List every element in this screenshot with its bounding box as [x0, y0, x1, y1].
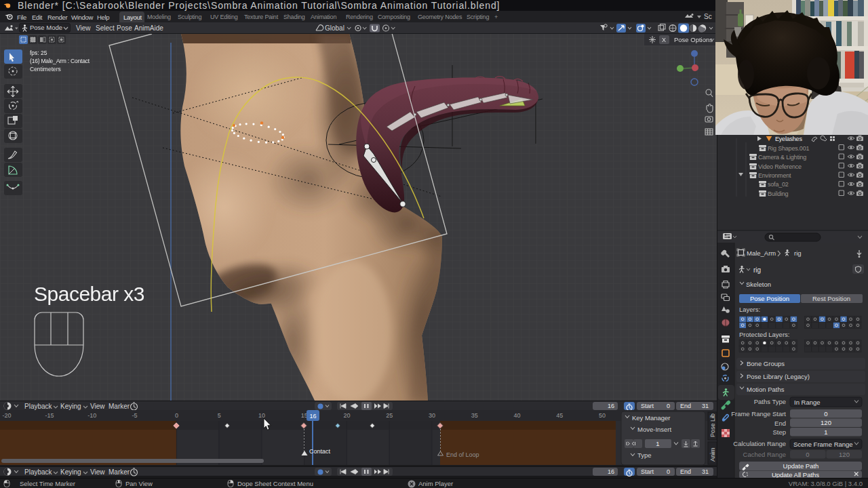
svg-text:35: 35 [471, 412, 478, 419]
svg-text:Scene Frame Range: Scene Frame Range [793, 441, 853, 448]
svg-text:rig: rig [753, 266, 761, 274]
svg-text:Protected Layers:: Protected Layers: [739, 331, 789, 338]
svg-text:0: 0 [175, 412, 178, 419]
svg-text:End: End [774, 420, 786, 427]
svg-text:Video Reference: Video Reference [758, 163, 802, 170]
svg-text:Layers:: Layers: [739, 306, 760, 313]
svg-text:Update Path: Update Path [783, 462, 819, 470]
svg-text:Rig Shapes.001: Rig Shapes.001 [768, 145, 809, 152]
svg-text:Frame Range Start: Frame Range Start [731, 410, 786, 418]
svg-text:20: 20 [343, 412, 350, 419]
svg-text:Spacebar x3: Spacebar x3 [34, 283, 144, 305]
svg-text:rig: rig [794, 249, 802, 257]
svg-text:fps: 25: fps: 25 [30, 49, 47, 56]
svg-text:-20: -20 [2, 412, 11, 419]
svg-text:Calculation Range: Calculation Range [733, 440, 786, 447]
svg-text:Skeleton: Skeleton [746, 281, 771, 288]
svg-text:Cached Range: Cached Range [743, 451, 786, 458]
svg-text:Rest Position: Rest Position [812, 295, 850, 302]
svg-text:16: 16 [309, 413, 316, 420]
svg-text:Step: Step [772, 428, 786, 436]
svg-text:5: 5 [218, 412, 221, 419]
svg-text:sofa_02: sofa_02 [768, 181, 789, 188]
svg-text:-5: -5 [132, 412, 137, 419]
svg-text:(16) Male_Arm : Contact: (16) Male_Arm : Contact [30, 58, 90, 64]
svg-text:Camera & Lighting: Camera & Lighting [758, 154, 806, 161]
svg-text:Sc: Sc [704, 13, 712, 20]
svg-text:45: 45 [556, 412, 563, 419]
svg-text:Pose Position: Pose Position [750, 295, 789, 302]
svg-text:Contact: Contact [309, 448, 331, 455]
svg-text:In Range: In Range [794, 399, 821, 406]
svg-text:End of Loop: End of Loop [446, 451, 479, 458]
svg-text:Building: Building [768, 190, 789, 197]
svg-text:X: X [662, 37, 666, 43]
svg-text:1: 1 [824, 428, 827, 436]
svg-text:Paths Type: Paths Type [754, 398, 786, 405]
svg-text:120: 120 [839, 451, 850, 458]
svg-text:10: 10 [258, 412, 265, 419]
svg-text:30: 30 [429, 412, 435, 419]
svg-text:50: 50 [599, 412, 606, 419]
svg-text:Centimeters: Centimeters [30, 66, 61, 73]
svg-text:Bone Groups: Bone Groups [747, 360, 785, 367]
svg-text:-10: -10 [87, 412, 96, 419]
svg-text:Global: Global [325, 24, 344, 32]
svg-text:0: 0 [824, 410, 827, 418]
svg-text:Environment: Environment [758, 172, 791, 179]
svg-text:25: 25 [386, 412, 393, 419]
svg-text:-15: -15 [45, 412, 54, 419]
svg-text:Eyelashes: Eyelashes [775, 136, 802, 142]
svg-text:Motion Paths: Motion Paths [747, 386, 785, 393]
svg-text:120: 120 [821, 419, 831, 426]
svg-text:Pose Library (Legacy): Pose Library (Legacy) [747, 373, 810, 380]
svg-text:Male_Arm: Male_Arm [747, 249, 776, 257]
svg-text:0: 0 [806, 451, 809, 458]
svg-text:40: 40 [513, 412, 520, 419]
svg-text:Pose Options: Pose Options [674, 36, 713, 43]
svg-text:Update All Paths: Update All Paths [772, 471, 819, 479]
